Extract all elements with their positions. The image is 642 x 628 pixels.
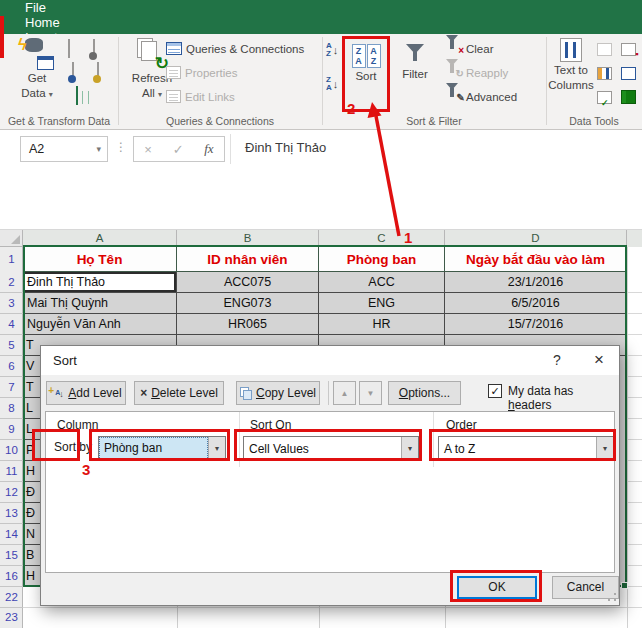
- cell[interactable]: 6/5/2016: [445, 293, 627, 314]
- cell[interactable]: Mai Thị Quỳnh: [23, 293, 177, 314]
- row-header[interactable]: 7: [0, 377, 23, 398]
- selection-border: [23, 245, 627, 247]
- insert-function-icon[interactable]: fx: [204, 141, 213, 157]
- sort-by-column-value: Phòng ban: [99, 437, 208, 460]
- ribbon-tab[interactable]: Home: [12, 15, 111, 30]
- filter-icon: [406, 44, 424, 54]
- cell[interactable]: ENG073: [177, 293, 319, 314]
- flash-fill-icon[interactable]: [594, 39, 614, 59]
- from-web-icon[interactable]: [72, 62, 74, 81]
- row-header[interactable]: 5: [0, 335, 23, 356]
- sort-button[interactable]: ZA AZ Sort: [342, 36, 390, 112]
- chevron-down-icon[interactable]: ▾: [208, 437, 225, 460]
- cell[interactable]: HR: [319, 314, 445, 335]
- chevron-down-icon[interactable]: ▾: [401, 437, 418, 460]
- cell[interactable]: Đinh Thị Thảo: [23, 272, 177, 293]
- ok-button[interactable]: OK: [457, 576, 537, 599]
- delete-level-button[interactable]: × Delete Level: [134, 381, 224, 405]
- down-arrow-icon: ↓: [333, 44, 339, 56]
- reapply-filter-button[interactable]: ↻ Reapply: [446, 66, 508, 80]
- confirm-entry-icon[interactable]: ✓: [173, 142, 184, 157]
- queries-connections-button[interactable]: Queries & Connections: [166, 42, 304, 55]
- from-text-csv-icon[interactable]: [68, 39, 70, 58]
- peek-letter: B: [26, 545, 40, 566]
- name-box-dropdown-icon[interactable]: ▾: [96, 144, 107, 154]
- name-box[interactable]: A2 ▾: [20, 136, 108, 162]
- sort-ascending-button[interactable]: AZ ↓: [326, 42, 338, 58]
- my-data-has-headers-checkbox[interactable]: ✓: [488, 384, 502, 398]
- edit-links-button[interactable]: Edit Links: [166, 90, 235, 103]
- ribbon-tab[interactable]: File: [12, 0, 111, 15]
- properties-button[interactable]: Properties: [166, 66, 237, 79]
- remove-duplicates-icon[interactable]: [594, 63, 614, 83]
- consolidate-icon[interactable]: ▪: [618, 39, 638, 59]
- header-cell[interactable]: Họ Tên: [23, 247, 177, 272]
- get-data-button[interactable]: ϟ Get Data ▾: [10, 38, 64, 101]
- cell[interactable]: 15/7/2016: [445, 314, 627, 335]
- move-level-up-button[interactable]: ▲: [333, 381, 356, 405]
- peek-letter: T: [26, 377, 40, 398]
- row-header[interactable]: 11: [0, 461, 23, 482]
- down-arrow-icon: ▼: [367, 389, 375, 398]
- cell[interactable]: 23/1/2016: [445, 272, 627, 293]
- recent-sources-icon[interactable]: [93, 39, 95, 58]
- header-cell[interactable]: ID nhân viên: [177, 247, 319, 272]
- text-to-columns-button[interactable]: Text to Columns: [549, 38, 593, 92]
- existing-connections-icon[interactable]: [97, 62, 99, 81]
- cell[interactable]: HR065: [177, 314, 319, 335]
- row-header-22[interactable]: 22: [0, 587, 23, 608]
- row-header[interactable]: 4: [0, 314, 23, 335]
- manage-data-model-icon[interactable]: [618, 87, 638, 107]
- row-header-23[interactable]: 23: [0, 608, 23, 626]
- help-icon[interactable]: ?: [541, 346, 573, 375]
- column-header-e[interactable]: [627, 230, 642, 247]
- sort-descending-button[interactable]: ZA ↓: [326, 76, 338, 92]
- options-button[interactable]: Options...: [388, 381, 461, 405]
- row-header[interactable]: 16: [0, 566, 23, 587]
- cancel-entry-icon[interactable]: ×: [144, 142, 152, 157]
- row-header[interactable]: 8: [0, 398, 23, 419]
- row-header[interactable]: 2: [0, 272, 23, 293]
- select-all-corner[interactable]: [0, 230, 23, 247]
- row-header[interactable]: 15: [0, 545, 23, 566]
- sort-by-column-dropdown[interactable]: Phòng ban ▾: [98, 436, 226, 461]
- row-header[interactable]: 3: [0, 293, 23, 314]
- delete-level-icon: ×: [140, 386, 147, 400]
- advanced-filter-button[interactable]: ✎ Advanced: [446, 90, 517, 104]
- divider: [433, 412, 434, 467]
- group-label-data-tools: Data Tools: [546, 114, 642, 128]
- add-level-button[interactable]: + A ↓ Add Level: [46, 381, 126, 405]
- header-cell[interactable]: Phòng ban: [319, 247, 445, 272]
- order-dropdown[interactable]: A to Z ▾: [438, 436, 614, 461]
- header-cell[interactable]: Ngày bắt đầu vào làm: [445, 247, 627, 272]
- copy-level-button[interactable]: Copy Level: [236, 381, 320, 405]
- chevron-down-icon[interactable]: ▾: [596, 437, 613, 460]
- cell[interactable]: ACC: [319, 272, 445, 293]
- filter-button[interactable]: Filter: [392, 40, 438, 81]
- cell[interactable]: ENG: [319, 293, 445, 314]
- ribbon: ϟ Get Data ▾ Get & Transform Data ↻ Refr…: [0, 34, 642, 130]
- row-header[interactable]: 9: [0, 419, 23, 440]
- row-header[interactable]: 6: [0, 356, 23, 377]
- move-level-down-button[interactable]: ▼: [359, 381, 382, 405]
- resize-grip[interactable]: [607, 592, 617, 602]
- row-header[interactable]: 14: [0, 524, 23, 545]
- name-box-value: A2: [29, 142, 44, 156]
- formula-bar-input[interactable]: Đinh Thị Thảo: [245, 140, 326, 155]
- close-icon[interactable]: ×: [579, 346, 619, 375]
- clear-filter-button[interactable]: × Clear: [446, 42, 493, 56]
- group-label-get-transform: Get & Transform Data: [0, 114, 118, 128]
- cell[interactable]: Nguyễn Văn Anh: [23, 314, 177, 335]
- from-table-range-icon[interactable]: [76, 86, 78, 105]
- row-header[interactable]: 12: [0, 482, 23, 503]
- cell[interactable]: ACC075: [177, 272, 319, 293]
- fill-handle[interactable]: [621, 582, 628, 589]
- row-header[interactable]: 13: [0, 503, 23, 524]
- dialog-title: Sort: [53, 353, 77, 368]
- row-header-1[interactable]: 1: [0, 247, 23, 272]
- sort-on-dropdown[interactable]: Cell Values ▾: [243, 436, 419, 461]
- relationships-icon[interactable]: [618, 63, 638, 83]
- row-header[interactable]: 10: [0, 440, 23, 461]
- data-validation-icon[interactable]: ✓: [594, 87, 614, 107]
- peek-letter: L: [26, 398, 40, 419]
